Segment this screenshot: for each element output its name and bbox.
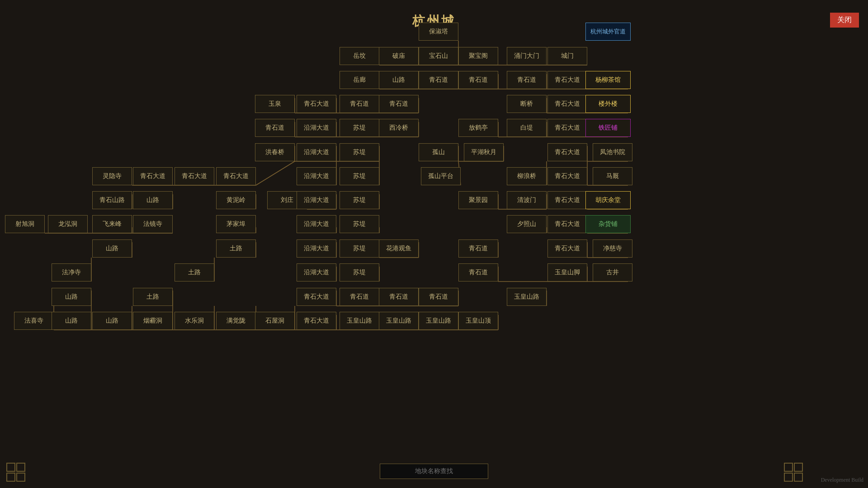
node-fajinsi: 法镜寺 xyxy=(133,215,173,233)
node-zahuopv: 杂货铺 xyxy=(585,215,631,233)
node-qingshidao4: 青石道 xyxy=(340,95,379,113)
node-baosuta: 保淑塔 xyxy=(419,23,458,41)
corner-decoration-tl xyxy=(5,461,27,483)
close-button[interactable]: 关闭 xyxy=(830,13,859,28)
tree-container: 杭州城 关闭 xyxy=(0,0,868,488)
search-input[interactable] xyxy=(380,464,488,479)
search-bar xyxy=(380,464,488,479)
node-sudi7: 苏堤 xyxy=(340,263,379,282)
node-hongchunqiao: 洪春桥 xyxy=(255,143,295,161)
node-huqingyu: 胡庆余堂 xyxy=(585,191,631,209)
node-yuhuangshanjiao: 玉皇山脚 xyxy=(547,263,587,282)
node-mafang: 马厩 xyxy=(593,167,632,185)
node-yanghudadao4: 沿湖大道 xyxy=(297,191,336,209)
node-tulu1: 土路 xyxy=(216,239,256,258)
node-qingshidadao14: 青石大道 xyxy=(297,312,336,330)
node-chengmen: 城门 xyxy=(547,47,587,65)
node-qingshidao11: 青石道 xyxy=(419,288,458,306)
node-faxisi: 法喜寺 xyxy=(14,312,54,330)
node-huagangguan: 花港观鱼 xyxy=(379,239,419,258)
svg-line-55 xyxy=(256,161,295,185)
node-maojiabu: 茅家埠 xyxy=(216,215,256,233)
node-lingyinsi: 灵隐寺 xyxy=(92,167,132,185)
node-fajingsi2: 法净寺 xyxy=(52,263,91,282)
node-pinghushangqiu: 平湖秋月 xyxy=(464,143,504,161)
node-sudi5: 苏堤 xyxy=(340,215,379,233)
node-qingshidadao5: 青石大道 xyxy=(547,143,587,161)
node-qingshidadao2: 青石大道 xyxy=(297,95,336,113)
node-qingshidadao12: 青石大道 xyxy=(547,239,587,258)
node-feilaifeng: 飞来峰 xyxy=(92,215,132,233)
node-qingshidadao6: 青石大道 xyxy=(133,167,173,185)
node-yuhuangshanlv: 玉皇山路 xyxy=(507,288,547,306)
node-yuhuangshanding: 玉皇山顶 xyxy=(458,312,498,330)
node-baoshishan: 宝石山 xyxy=(419,47,458,65)
node-xizhaoshan: 夕照山 xyxy=(507,215,547,233)
node-qingshidadao13: 青石大道 xyxy=(297,288,336,306)
node-qingshidao2: 青石道 xyxy=(458,71,498,89)
node-yuanquan: 玉泉 xyxy=(255,95,295,113)
node-qingshidao10: 青石道 xyxy=(379,288,419,306)
node-yanmidong: 烟霾洞 xyxy=(133,312,173,330)
node-yongmendamen: 涌门大门 xyxy=(507,47,547,65)
node-qingshidadao10: 青石大道 xyxy=(547,191,587,209)
node-yanghudadao6: 沿湖大道 xyxy=(297,239,336,258)
node-yanghudadao2: 沿湖大道 xyxy=(297,143,336,161)
node-yanghudadao3: 沿湖大道 xyxy=(297,167,336,185)
corner-decoration-br xyxy=(782,461,805,483)
node-gushanplatform: 孤山平台 xyxy=(421,167,461,185)
node-qingshidadao11: 青石大道 xyxy=(547,215,587,233)
node-qingshidao9: 青石道 xyxy=(340,288,379,306)
node-qingshidadao4: 青石大道 xyxy=(547,119,587,137)
svg-rect-141 xyxy=(794,473,802,481)
node-hangzhouchengwai: 杭州城外官道 xyxy=(585,23,631,41)
node-jingcisi: 净慈寺 xyxy=(593,239,632,258)
node-qingshidao3: 青石道 xyxy=(507,71,547,89)
node-gujing: 古井 xyxy=(593,263,632,282)
node-liulanqiao: 柳浪桥 xyxy=(507,167,547,185)
node-shanlv5: 山路 xyxy=(52,312,91,330)
node-shanlv2: 山路 xyxy=(133,191,173,209)
node-sudi1: 苏堤 xyxy=(340,119,379,137)
node-sudi2: 苏堤 xyxy=(340,143,379,161)
node-longhuhong: 龙泓洞 xyxy=(48,215,88,233)
node-duanqiao: 断桥 xyxy=(507,95,547,113)
node-yuhuangshanlv4: 玉皇山路 xyxy=(419,312,458,330)
node-sudi4: 苏堤 xyxy=(340,191,379,209)
node-shiwudong: 石屋洞 xyxy=(255,312,295,330)
node-shanlv4: 山路 xyxy=(52,288,91,306)
node-shuiledong: 水乐洞 xyxy=(175,312,214,330)
svg-rect-139 xyxy=(794,463,802,471)
svg-rect-137 xyxy=(17,473,25,481)
node-tulu2: 土路 xyxy=(175,263,214,282)
svg-rect-134 xyxy=(7,463,15,471)
node-shanlv3: 山路 xyxy=(92,239,132,258)
svg-rect-140 xyxy=(784,473,793,481)
node-xilengqiao: 西冷桥 xyxy=(379,119,419,137)
node-yanghudadao1: 沿湖大道 xyxy=(297,119,336,137)
node-qingshidadao1: 青石大道 xyxy=(547,71,587,89)
node-tiedianpu: 铁匠铺 xyxy=(585,119,631,137)
node-yuemiao: 岳廊 xyxy=(340,71,379,89)
node-qingshidao7: 青石道 xyxy=(458,239,498,258)
node-yuhuangshanlv2: 玉皇山路 xyxy=(340,312,379,330)
dev-build-label: Development Build xyxy=(821,477,863,483)
node-yuhuangshanlv3: 玉皇山路 xyxy=(379,312,419,330)
node-qingshidao5: 青石道 xyxy=(379,95,419,113)
node-baidi: 白堤 xyxy=(507,119,547,137)
node-qingshidao6: 青石道 xyxy=(255,119,295,137)
node-qingshidao8: 青石道 xyxy=(458,263,498,282)
node-qingshidadao9: 青石大道 xyxy=(547,167,587,185)
node-qingshidadao7: 青石大道 xyxy=(175,167,214,185)
node-fanghetig: 放鹤亭 xyxy=(458,119,498,137)
node-yanghudadao5: 沿湖大道 xyxy=(297,215,336,233)
node-sudi6: 苏堤 xyxy=(340,239,379,258)
node-fengchishuyuan: 凤池书院 xyxy=(593,143,632,161)
node-tulu3: 土路 xyxy=(133,288,173,306)
svg-rect-138 xyxy=(784,463,793,471)
node-qingshishanlv: 青石山路 xyxy=(92,191,132,209)
node-louwaigou: 楼外楼 xyxy=(585,95,631,113)
node-shanlv6: 山路 xyxy=(92,312,132,330)
node-yanliuchaguan: 杨柳茶馆 xyxy=(585,71,631,89)
node-qingshidao1: 青石道 xyxy=(419,71,458,89)
